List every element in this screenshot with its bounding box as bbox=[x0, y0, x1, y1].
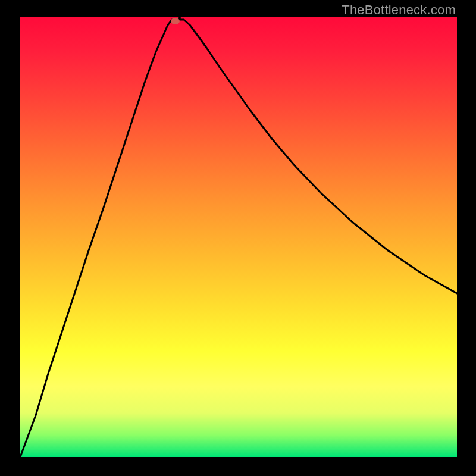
watermark-text: TheBottleneck.com bbox=[342, 2, 456, 18]
plot-area bbox=[20, 17, 457, 457]
curve-left-branch bbox=[20, 17, 180, 457]
curve-right-branch bbox=[180, 17, 457, 293]
chart-frame: TheBottleneck.com bbox=[0, 0, 476, 476]
optimal-point-marker bbox=[171, 18, 180, 24]
bottleneck-curve bbox=[20, 17, 457, 457]
